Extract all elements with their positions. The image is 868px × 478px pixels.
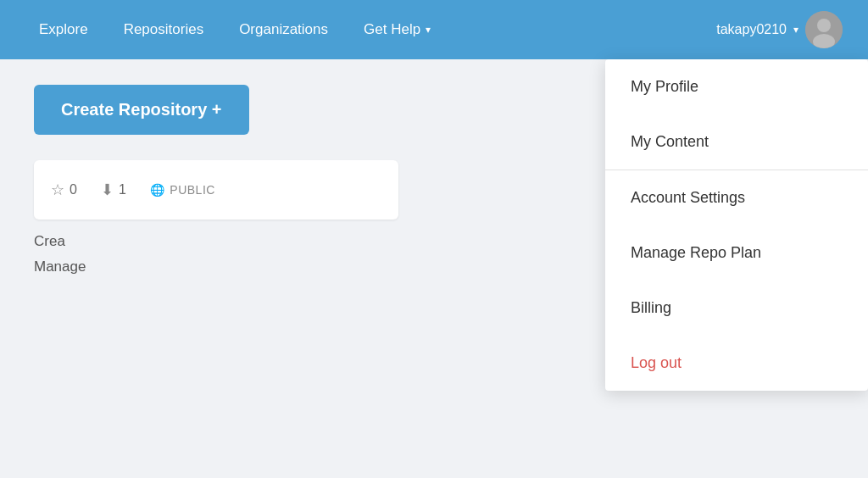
svg-point-1 bbox=[817, 19, 831, 32]
visibility-label: PUBLIC bbox=[170, 183, 215, 197]
stars-stat: ☆ 0 bbox=[51, 181, 77, 199]
menu-item-manage-repo-plan[interactable]: Manage Repo Plan bbox=[605, 225, 868, 281]
navbar: Explore Repositories Organizations Get H… bbox=[0, 0, 868, 59]
user-section[interactable]: takapy0210 ▾ bbox=[716, 11, 843, 48]
downloads-count: 1 bbox=[119, 182, 126, 197]
menu-item-billing[interactable]: Billing bbox=[605, 281, 868, 336]
avatar-icon bbox=[805, 11, 843, 48]
repo-card: ☆ 0 ⬇ 1 🌐 PUBLIC bbox=[34, 160, 398, 220]
visibility-badge: 🌐 PUBLIC bbox=[150, 183, 215, 197]
card-stats: ☆ 0 ⬇ 1 🌐 PUBLIC bbox=[51, 181, 381, 199]
globe-icon: 🌐 bbox=[150, 183, 165, 197]
username-label: takapy0210 bbox=[716, 22, 787, 37]
nav-get-help[interactable]: Get Help ▾ bbox=[350, 14, 444, 45]
avatar[interactable] bbox=[805, 11, 843, 48]
nav-organizations[interactable]: Organizations bbox=[225, 14, 342, 45]
get-help-label: Get Help bbox=[364, 21, 420, 38]
nav-explore[interactable]: Explore bbox=[25, 14, 102, 45]
nav-links: Explore Repositories Organizations Get H… bbox=[25, 14, 716, 45]
download-icon: ⬇ bbox=[101, 181, 114, 199]
downloads-stat: ⬇ 1 bbox=[101, 181, 126, 199]
stars-count: 0 bbox=[70, 182, 77, 197]
menu-item-account-settings[interactable]: Account Settings bbox=[605, 170, 868, 225]
create-repository-button[interactable]: Create Repository + bbox=[34, 85, 249, 135]
nav-repositories[interactable]: Repositories bbox=[110, 14, 218, 45]
star-icon: ☆ bbox=[51, 181, 64, 199]
get-help-chevron-icon: ▾ bbox=[426, 24, 431, 36]
menu-item-log-out[interactable]: Log out bbox=[605, 336, 868, 391]
menu-item-my-profile[interactable]: My Profile bbox=[605, 59, 868, 114]
user-chevron-icon: ▾ bbox=[793, 24, 798, 36]
user-dropdown-menu: My Profile My Content Account Settings M… bbox=[605, 59, 868, 391]
menu-item-my-content[interactable]: My Content bbox=[605, 114, 868, 170]
